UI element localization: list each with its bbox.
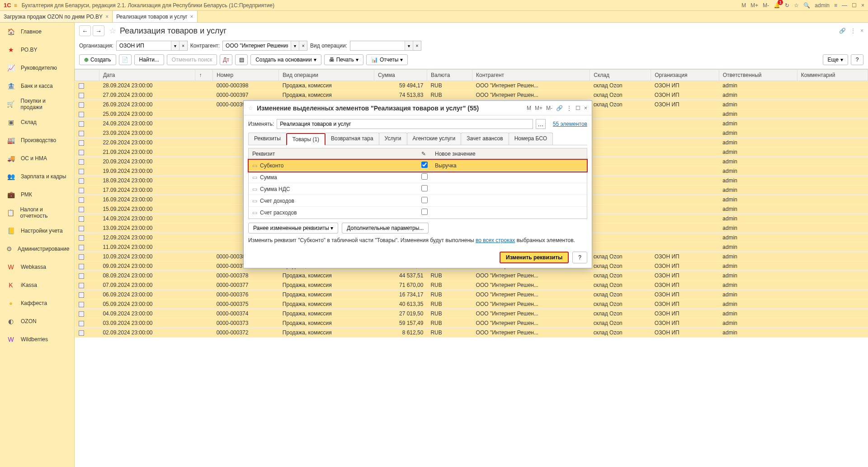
table-row[interactable]: 05.09.2024 23:00:000000-000375Продажа, к…: [75, 300, 868, 309]
sidebar-item[interactable]: WWebkassa: [0, 258, 74, 276]
sidebar-item[interactable]: WWildberries: [0, 330, 74, 348]
modal-tab[interactable]: Агентские услуги: [407, 133, 462, 145]
column-header[interactable]: Комментарий: [797, 70, 868, 81]
attr-checkbox[interactable]: [421, 197, 428, 203]
sidebar-item[interactable]: 👥Зарплата и кадры: [0, 167, 74, 186]
apply-button[interactable]: Изменить реквизиты: [500, 252, 569, 263]
create-button[interactable]: ⊕Создать: [79, 54, 116, 65]
oper-combo[interactable]: ▾ ×: [350, 41, 421, 51]
sidebar-item[interactable]: 🏦Банк и касса: [0, 77, 74, 95]
close-icon[interactable]: ×: [861, 2, 864, 9]
modal-column-header[interactable]: Реквизит: [249, 148, 418, 160]
app-tab[interactable]: Загрузка продаж OZON по дням РО.BY×: [0, 11, 113, 22]
contr-clear-icon[interactable]: ×: [299, 41, 307, 50]
hamburger-icon[interactable]: ≡: [14, 2, 17, 9]
modal-m[interactable]: M: [527, 105, 531, 111]
column-header[interactable]: Валюта: [427, 70, 472, 81]
modal-column-header[interactable]: ✎: [418, 148, 431, 160]
create-based-button[interactable]: Создать на основании ▾: [250, 54, 321, 65]
more-icon[interactable]: ⋮: [850, 28, 856, 34]
column-header[interactable]: Дата: [99, 70, 195, 81]
tab-close-icon[interactable]: ×: [105, 14, 108, 20]
sidebar-item[interactable]: 🏭Производство: [0, 131, 74, 149]
change-input[interactable]: [277, 119, 533, 129]
elements-link[interactable]: 55 элементов: [553, 121, 587, 127]
modal-more-icon[interactable]: ⋮: [566, 105, 572, 111]
modal-link-icon[interactable]: 🔗: [556, 105, 563, 111]
contr-input[interactable]: [223, 41, 291, 50]
copy-button[interactable]: 📄: [119, 54, 132, 65]
page-close-icon[interactable]: ×: [860, 28, 863, 34]
sidebar-item[interactable]: 📋Налоги и отчетность: [0, 204, 74, 222]
sidebar-item[interactable]: 📒Настройки учета: [0, 222, 74, 240]
sidebar-item[interactable]: 🚚ОС и НМА: [0, 149, 74, 167]
sidebar-item[interactable]: ●Каффеста: [0, 294, 74, 312]
attribute-row[interactable]: ▭Счет расходов: [249, 207, 587, 219]
modal-maximize-icon[interactable]: ☐: [576, 105, 580, 111]
column-header[interactable]: [75, 70, 99, 81]
bell-icon[interactable]: 🔔: [774, 2, 780, 9]
extra-params-button[interactable]: Дополнительные параметры...: [342, 223, 429, 234]
column-header[interactable]: Контрагент: [472, 70, 590, 81]
modal-tab[interactable]: Зачет авансов: [461, 133, 509, 145]
column-header[interactable]: Номер: [213, 70, 279, 81]
modal-tab[interactable]: Услуги: [379, 133, 407, 145]
modal-close-icon[interactable]: ×: [584, 105, 587, 111]
attr-checkbox[interactable]: [421, 162, 428, 168]
attribute-row[interactable]: ▭Субконто Выручка: [249, 160, 587, 172]
sidebar-item[interactable]: 🏠Главное: [0, 23, 74, 41]
attribute-row[interactable]: ▭Счет доходов: [249, 195, 587, 207]
find-button[interactable]: Найти...: [134, 54, 164, 65]
sidebar-item[interactable]: 📈Руководителю: [0, 59, 74, 77]
org-clear-icon[interactable]: ×: [179, 41, 187, 50]
column-header[interactable]: Сумма: [374, 70, 427, 81]
print-button[interactable]: 🖶 Печать ▾: [324, 54, 363, 65]
contr-combo[interactable]: ▾ ×: [222, 41, 307, 51]
user-label[interactable]: admin: [815, 2, 830, 9]
reports-button[interactable]: 📊 Отчеты ▾: [366, 54, 408, 65]
attr-checkbox[interactable]: [421, 173, 428, 180]
org-dropdown-icon[interactable]: ▾: [171, 41, 179, 50]
modal-star-icon[interactable]: ☆: [248, 105, 253, 111]
table-row[interactable]: 28.09.2024 23:00:000000-000398Продажа, к…: [75, 81, 868, 91]
mem-m[interactable]: M: [741, 2, 746, 9]
more-button[interactable]: Еще ▾: [823, 54, 848, 65]
table-row[interactable]: 27.09.2024 23:00:000000-000397Продажа, к…: [75, 91, 868, 100]
modal-tab[interactable]: Реквизиты: [248, 133, 287, 145]
attribute-row[interactable]: ▭Сумма: [249, 172, 587, 183]
history-icon[interactable]: ↻: [785, 2, 789, 9]
prev-attrs-button[interactable]: Ранее измененные реквизиты ▾: [248, 223, 338, 234]
sidebar-item[interactable]: ▣Склад: [0, 113, 74, 131]
org-input[interactable]: [117, 41, 171, 50]
cancel-find-button[interactable]: Отменить поиск: [167, 54, 217, 65]
table-row[interactable]: 07.09.2024 23:00:000000-000377Продажа, к…: [75, 281, 868, 290]
modal-help-button[interactable]: ?: [572, 252, 587, 263]
sidebar-item[interactable]: ⚙Администрирование: [0, 240, 74, 258]
table-row[interactable]: 04.09.2024 23:00:000000-000374Продажа, к…: [75, 309, 868, 319]
attr-checkbox[interactable]: [421, 185, 428, 191]
modal-mminus[interactable]: M-: [546, 105, 552, 111]
oper-dropdown-icon[interactable]: ▾: [405, 41, 413, 50]
favorite-star-icon[interactable]: ☆: [109, 26, 116, 36]
nav-back-button[interactable]: ←: [79, 25, 91, 36]
modal-mplus[interactable]: M+: [535, 105, 542, 111]
org-combo[interactable]: ▾ ×: [116, 41, 188, 51]
modal-tab[interactable]: Возвратная тара: [325, 133, 379, 145]
column-header[interactable]: Склад: [590, 70, 651, 81]
sidebar-item[interactable]: ★РО.BY: [0, 41, 74, 59]
modal-tab[interactable]: Номера БСО: [509, 133, 553, 145]
table-row[interactable]: 02.09.2024 23:00:000000-000372Продажа, к…: [75, 328, 868, 338]
table-row[interactable]: 08.09.2024 23:00:000000-000378Продажа, к…: [75, 271, 868, 281]
attr-checkbox[interactable]: [421, 209, 428, 215]
mem-mplus[interactable]: M+: [750, 2, 758, 9]
tab-close-icon[interactable]: ×: [190, 14, 193, 20]
maximize-icon[interactable]: ☐: [852, 2, 857, 9]
nav-forward-button[interactable]: →: [93, 25, 104, 36]
attribute-row[interactable]: ▭Сумма НДС: [249, 183, 587, 195]
sidebar-item[interactable]: 💼РМК: [0, 186, 74, 204]
sidebar-item[interactable]: 🛒Покупки и продажи: [0, 95, 74, 113]
dk-button[interactable]: Дт: [220, 54, 232, 65]
star-icon[interactable]: ☆: [794, 2, 799, 9]
sidebar-item[interactable]: KiKassa: [0, 276, 74, 294]
link-icon[interactable]: 🔗: [839, 28, 846, 34]
